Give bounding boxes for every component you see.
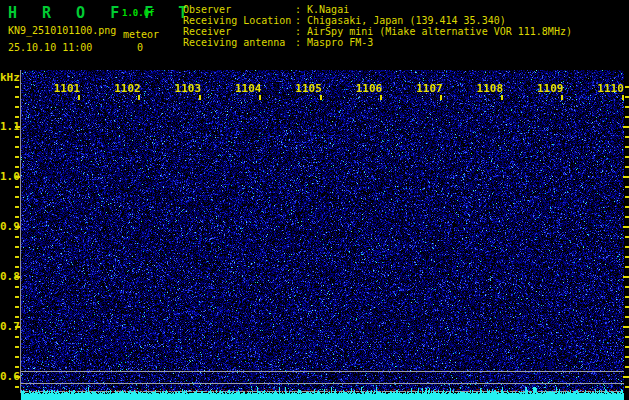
- right-minor-tick: [625, 156, 629, 158]
- time-tick: [622, 95, 624, 100]
- info-label: Receiver: [183, 26, 295, 37]
- info-value: : Chigasaki, Japan (139.414 35.340): [295, 15, 506, 26]
- right-major-tick: [623, 326, 629, 328]
- time-tick-label: 1109: [537, 82, 564, 95]
- frequency-minor-tick: [15, 96, 19, 98]
- right-minor-tick: [625, 356, 629, 358]
- frequency-minor-tick: [15, 366, 19, 368]
- frequency-minor-tick: [15, 86, 19, 88]
- right-minor-tick: [625, 116, 629, 118]
- frequency-minor-tick: [15, 106, 19, 108]
- frequency-tick-label: 0.8: [0, 271, 16, 283]
- right-minor-tick: [625, 236, 629, 238]
- right-minor-tick: [625, 196, 629, 198]
- plot-left-border: [20, 70, 21, 393]
- right-minor-tick: [625, 216, 629, 218]
- right-minor-tick: [625, 346, 629, 348]
- time-tick-label: 1104: [235, 82, 262, 95]
- frequency-minor-tick: [15, 196, 19, 198]
- frequency-minor-tick: [15, 246, 19, 248]
- spectrogram-plot: 1101110211031104110511061107110811091110: [21, 70, 624, 400]
- right-minor-tick: [625, 246, 629, 248]
- right-minor-tick: [625, 386, 629, 388]
- right-minor-tick: [625, 106, 629, 108]
- frequency-minor-tick: [15, 336, 19, 338]
- info-value: : Maspro FM-3: [295, 37, 373, 48]
- time-tick: [380, 95, 382, 100]
- info-value: : K.Nagai: [295, 4, 349, 15]
- info-label: Receiving Location: [183, 15, 295, 26]
- right-minor-tick: [625, 286, 629, 288]
- info-value: : AirSpy mini (Miake alternative VOR 111…: [295, 26, 572, 37]
- spectrogram-canvas: [21, 70, 624, 400]
- right-minor-tick: [625, 206, 629, 208]
- time-tick-label: 1105: [295, 82, 322, 95]
- time-tick: [561, 95, 563, 100]
- meteor-counter-value: 0: [137, 42, 143, 53]
- info-row: Receiving Location: Chigasaki, Japan (13…: [183, 15, 572, 26]
- right-major-tick: [623, 176, 629, 178]
- frequency-minor-tick: [15, 146, 19, 148]
- station-info-block: Observer: K.NagaiReceiving Location: Chi…: [183, 4, 572, 48]
- right-minor-tick: [625, 136, 629, 138]
- right-major-tick: [623, 126, 629, 128]
- frequency-tick-label: 0.9: [0, 221, 16, 233]
- frequency-tick-label: 1.0: [0, 171, 16, 183]
- frequency-axis: kHz 1.11.00.90.80.70.6: [0, 70, 21, 400]
- app-title: H R O F F T: [8, 4, 195, 22]
- right-minor-tick: [625, 166, 629, 168]
- frequency-minor-tick: [15, 116, 19, 118]
- frequency-tick-label: 0.6: [0, 371, 16, 383]
- time-tick: [320, 95, 322, 100]
- info-row: Receiving antenna: Maspro FM-3: [183, 37, 572, 48]
- time-tick: [138, 95, 140, 100]
- time-tick-label: 1102: [114, 82, 141, 95]
- time-tick-label: 1107: [416, 82, 443, 95]
- frequency-minor-tick: [15, 256, 19, 258]
- time-tick-label: 1106: [356, 82, 383, 95]
- time-tick-label: 1103: [175, 82, 202, 95]
- info-label: Receiving antenna: [183, 37, 295, 48]
- frequency-minor-tick: [15, 356, 19, 358]
- hrofft-window: H R O F F T 1.0.0f KN9_2510101100.png me…: [0, 0, 629, 400]
- frequency-minor-tick: [15, 266, 19, 268]
- app-version: 1.0.0f: [122, 8, 155, 18]
- time-tick: [440, 95, 442, 100]
- info-row: Observer: K.Nagai: [183, 4, 572, 15]
- info-row: Receiver: AirSpy mini (Miake alternative…: [183, 26, 572, 37]
- frequency-axis-unit: kHz: [0, 71, 20, 84]
- frequency-minor-tick: [15, 166, 19, 168]
- right-major-tick: [623, 276, 629, 278]
- time-tick-label: 1101: [54, 82, 81, 95]
- right-minor-tick: [625, 296, 629, 298]
- frequency-tick-label: 0.7: [0, 321, 16, 333]
- right-minor-tick: [625, 186, 629, 188]
- meteor-counter-label: meteor: [123, 29, 159, 40]
- right-minor-tick: [625, 316, 629, 318]
- right-minor-tick: [625, 306, 629, 308]
- time-tick: [259, 95, 261, 100]
- right-minor-tick: [625, 146, 629, 148]
- time-tick: [501, 95, 503, 100]
- frequency-minor-tick: [15, 316, 19, 318]
- right-minor-tick: [625, 86, 629, 88]
- frequency-minor-tick: [15, 206, 19, 208]
- frequency-minor-tick: [15, 156, 19, 158]
- observation-datetime: 25.10.10 11:00: [8, 42, 92, 53]
- time-tick: [199, 95, 201, 100]
- time-tick: [78, 95, 80, 100]
- frequency-minor-tick: [15, 306, 19, 308]
- frequency-minor-tick: [15, 386, 19, 388]
- frequency-minor-tick: [15, 216, 19, 218]
- output-filename: KN9_2510101100.png: [8, 25, 116, 36]
- info-label: Observer: [183, 4, 295, 15]
- frequency-minor-tick: [15, 346, 19, 348]
- frequency-tick-label: 1.1: [0, 121, 16, 133]
- frequency-minor-tick: [15, 296, 19, 298]
- right-major-tick: [623, 226, 629, 228]
- right-minor-tick: [625, 96, 629, 98]
- frequency-minor-tick: [15, 286, 19, 288]
- time-tick-label: 1108: [477, 82, 504, 95]
- frequency-minor-tick: [15, 186, 19, 188]
- right-major-tick: [623, 376, 629, 378]
